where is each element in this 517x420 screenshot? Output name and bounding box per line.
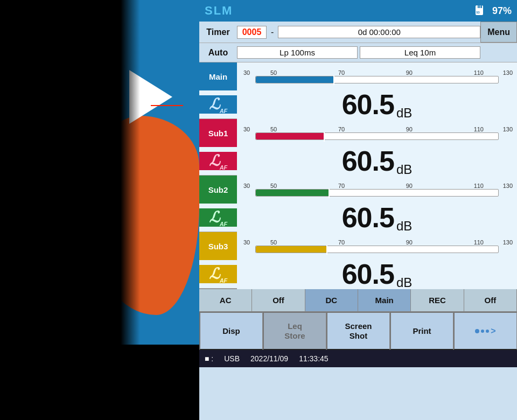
sub3-scale: 50 70 90 110 [270, 239, 484, 246]
ui-panel: SLM SD 97% Timer 0005 - 0d 00:00:00 Menu… [199, 0, 517, 420]
sub3-bar-fill [256, 246, 326, 253]
sub2-bar-track [255, 189, 499, 197]
usb-label: USB [224, 354, 240, 363]
bar-left-label-sub3: 30 [243, 239, 250, 246]
main-bar-fill [256, 76, 333, 83]
svg-rect-1 [478, 5, 479, 8]
sub2-channel-label: Sub2 [199, 176, 237, 204]
bar-left-label-sub2: 30 [243, 183, 250, 189]
main-laf-box: ℒAF [199, 95, 237, 114]
menu-button[interactable]: Menu [480, 22, 517, 43]
main-channel-label: Main [199, 62, 237, 90]
sub1-channel-section: Sub1 30 50 70 90 110 130 [199, 119, 517, 176]
main-bar-area: 30 50 70 90 110 130 [237, 62, 517, 90]
status-ac[interactable]: AC [199, 289, 252, 311]
bar-right-label-main: 130 [503, 69, 513, 76]
more-button[interactable]: > [453, 312, 517, 350]
main-value-row: ℒAF 60.5 dB [199, 90, 517, 118]
sub3-bar-marker [326, 245, 327, 255]
sub1-bar-track [255, 132, 499, 140]
more-dots-icon: > [475, 326, 495, 336]
battery-percentage: 97% [492, 5, 512, 17]
sub2-db-unit: dB [396, 219, 412, 234]
status-off2[interactable]: Off [464, 289, 517, 311]
timer-label: Timer [199, 27, 237, 37]
main-channel-section: Main 30 50 70 90 110 130 [199, 62, 517, 119]
sub2-value-row: ℒAF 60.5 dB [199, 204, 517, 232]
status-off1[interactable]: Off [252, 289, 305, 311]
timer-row: Timer 0005 - 0d 00:00:00 Menu [199, 22, 517, 43]
sub3-bar-area: 30 50 70 90 110 130 [237, 232, 517, 260]
bar-right-label-sub1: 130 [503, 126, 513, 132]
status-rec[interactable]: REC [411, 289, 464, 311]
sub3-channel-section: Sub3 30 50 70 90 110 130 [199, 232, 517, 289]
sub3-channel-label: Sub3 [199, 232, 237, 260]
sub2-channel-section: Sub2 30 50 70 90 110 130 [199, 176, 517, 232]
header-bar: SLM SD 97% [199, 0, 517, 22]
status-dc[interactable]: DC [305, 289, 358, 311]
sub2-bar-area: 30 50 70 90 110 130 [237, 176, 517, 204]
sub1-db-area: 60.5 dB [237, 145, 517, 177]
main-scale: 50 70 90 110 [270, 69, 484, 76]
sd-icon: SD [474, 4, 487, 17]
sub2-bar-fill [256, 190, 329, 196]
bar-right-label-sub3: 130 [503, 239, 513, 246]
black-left-overlay [0, 0, 108, 420]
status-bar: AC Off DC Main REC Off [199, 289, 517, 311]
bar-left-label-main: 30 [243, 69, 250, 76]
print-button[interactable]: Print [390, 312, 453, 350]
rec-symbol: ■ : [205, 354, 213, 363]
timer-dash: - [267, 27, 278, 37]
black-gradient-overlay [108, 0, 140, 420]
sub3-db-area: 60.5 dB [237, 258, 517, 290]
auto-val2: Leq 10m [360, 46, 480, 59]
sub1-value-row: ℒAF 60.5 dB [199, 147, 517, 175]
timer-value: 0005 [237, 26, 267, 39]
main-db-area: 60.5 dB [237, 88, 517, 121]
main-bar-track [255, 76, 499, 83]
svg-text:SD: SD [476, 11, 480, 14]
sub1-scale: 50 70 90 110 [270, 126, 484, 132]
red-indicator-line [151, 105, 183, 106]
auto-row: Auto Lp 100ms Leq 10m [199, 43, 517, 62]
sub1-bar-area: 30 50 70 90 110 130 [237, 119, 517, 147]
info-bar: ■ : USB 2022/11/09 11:33:45 [199, 350, 517, 367]
sub3-laf-box: ℒAF [199, 265, 237, 284]
action-bar: Disp Leq Store Screen Shot Print > [199, 311, 517, 350]
sub1-laf-box: ℒAF [199, 152, 237, 171]
bar-left-label-sub1: 30 [243, 126, 250, 132]
sub1-bar-marker [324, 132, 325, 142]
sub1-channel-label: Sub1 [199, 119, 237, 147]
sub2-db-area: 60.5 dB [237, 201, 517, 234]
date-label: 2022/11/09 [250, 354, 288, 363]
time-label: 11:33:45 [299, 354, 329, 363]
main-bar-marker [333, 75, 334, 85]
timer-elapsed: 0d 00:00:00 [278, 26, 480, 38]
auto-val1: Lp 100ms [237, 46, 358, 59]
sub3-db-unit: dB [396, 275, 412, 290]
disp-button[interactable]: Disp [199, 312, 263, 350]
header-title: SLM [205, 4, 233, 18]
auto-label: Auto [199, 48, 237, 58]
sub1-db-value: 60.5 [342, 145, 394, 177]
main-db-unit: dB [396, 106, 412, 121]
header-right: SD 97% [474, 4, 512, 17]
bar-right-label-sub2: 130 [503, 183, 513, 189]
leq-store-button[interactable]: Leq Store [263, 312, 326, 350]
main-db-value: 60.5 [342, 88, 394, 121]
sub3-value-row: ℒAF 60.5 dB [199, 260, 517, 288]
screenshot-button[interactable]: Screen Shot [326, 312, 390, 350]
sub2-bar-marker [329, 188, 330, 198]
sub2-db-value: 60.5 [342, 201, 394, 234]
sub3-db-value: 60.5 [342, 258, 394, 290]
sub1-db-unit: dB [396, 162, 412, 177]
sub2-scale: 50 70 90 110 [270, 183, 484, 189]
silhouette-area [0, 0, 205, 420]
svg-rect-2 [479, 5, 480, 8]
sub3-bar-track [255, 246, 499, 253]
svg-rect-3 [481, 5, 482, 8]
sub1-bar-fill [256, 133, 324, 139]
status-main[interactable]: Main [358, 289, 411, 311]
sub2-laf-box: ℒAF [199, 208, 237, 227]
